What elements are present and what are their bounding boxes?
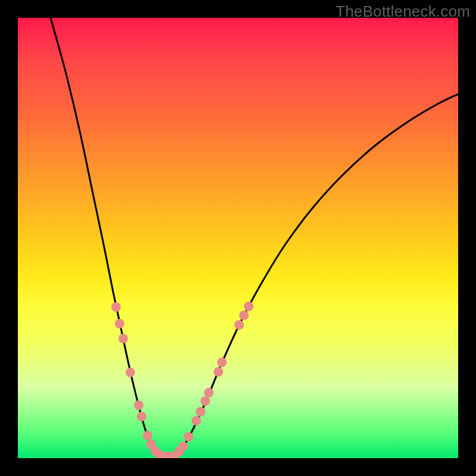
marker-dot bbox=[201, 396, 210, 406]
curve-group bbox=[51, 18, 458, 456]
marker-dot bbox=[115, 319, 124, 328]
chart-frame: TheBottleneck.com bbox=[0, 0, 476, 476]
marker-dot bbox=[118, 334, 128, 343]
curve-right-curve bbox=[176, 94, 458, 456]
marker-dot bbox=[126, 368, 135, 377]
marker-dot bbox=[111, 302, 121, 312]
marker-dot bbox=[239, 311, 249, 320]
marker-dot bbox=[196, 407, 205, 416]
chart-overlay bbox=[18, 18, 458, 458]
marker-dot bbox=[134, 400, 143, 410]
marker-dot bbox=[143, 431, 152, 440]
marker-dot bbox=[184, 432, 193, 441]
marker-dot bbox=[214, 367, 223, 377]
marker-dot bbox=[178, 441, 188, 451]
marker-dot bbox=[204, 388, 214, 397]
marker-dot bbox=[244, 302, 253, 311]
marker-dot bbox=[217, 358, 227, 367]
watermark-text: TheBottleneck.com bbox=[336, 2, 470, 21]
marker-dot bbox=[192, 416, 201, 425]
marker-dot bbox=[137, 412, 146, 421]
marker-dot bbox=[234, 320, 244, 330]
curve-left-curve bbox=[51, 18, 162, 456]
